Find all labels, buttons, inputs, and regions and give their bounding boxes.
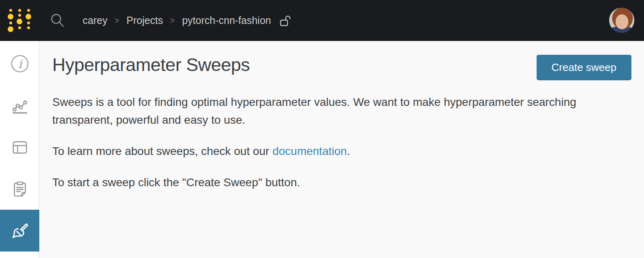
svg-text:i: i — [18, 57, 23, 70]
documentation-link[interactable]: documentation — [272, 145, 347, 157]
sidebar-item-overview[interactable]: i — [0, 43, 39, 84]
wandb-logo-column — [26, 9, 31, 32]
main-content: Hyperparameter Sweeps Create sweep Sweep… — [40, 41, 644, 258]
sweeps-intro-paragraph: Sweeps is a tool for finding optimal hyp… — [52, 93, 628, 129]
line-chart-icon — [11, 96, 29, 115]
sidebar-item-table[interactable] — [0, 126, 39, 168]
sweeps-start-paragraph: To start a sweep click the "Create Sweep… — [52, 174, 628, 191]
docs-paragraph-period: . — [347, 145, 350, 157]
sidebar-item-sweeps[interactable] — [0, 210, 39, 252]
wandb-logo[interactable] — [8, 9, 31, 32]
breadcrumb-separator: > — [171, 15, 175, 26]
sweeps-broom-icon — [10, 221, 29, 241]
wandb-logo-column — [17, 9, 22, 32]
notes-icon — [11, 180, 29, 198]
unlock-icon — [279, 14, 291, 28]
sweeps-docs-paragraph: To learn more about sweeps, check out ou… — [52, 142, 628, 160]
create-sweep-button[interactable]: Create sweep — [537, 55, 631, 80]
docs-paragraph-text: To learn more about sweeps, check out ou… — [52, 145, 272, 157]
wandb-logo-column — [8, 9, 13, 32]
info-icon: i — [11, 54, 29, 73]
breadcrumb-separator: > — [115, 15, 119, 26]
top-navbar: carey > Projects > pytorch-cnn-fashion — [0, 0, 644, 41]
breadcrumb: carey > Projects > pytorch-cnn-fashion — [83, 0, 291, 41]
breadcrumb-projects[interactable]: Projects — [126, 15, 163, 26]
search-icon[interactable] — [50, 13, 65, 29]
breadcrumb-project-name[interactable]: pytorch-cnn-fashion — [182, 15, 271, 26]
sidebar-item-notes[interactable] — [0, 168, 39, 210]
app-window: carey > Projects > pytorch-cnn-fashion i — [0, 0, 644, 258]
user-avatar[interactable] — [609, 8, 634, 33]
breadcrumb-entity[interactable]: carey — [83, 15, 107, 26]
project-sidebar: i — [0, 41, 39, 258]
sidebar-item-charts[interactable] — [0, 84, 39, 126]
table-icon — [11, 138, 29, 157]
